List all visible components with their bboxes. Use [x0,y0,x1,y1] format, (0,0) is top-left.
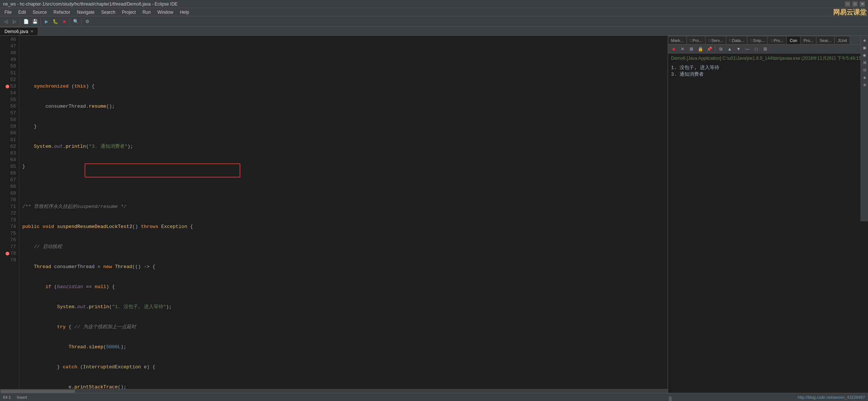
toolbar-sep2 [40,18,41,25]
code-line-54: // 启动线程 [22,244,665,250]
right-tab-pro2-icon: □ [771,39,773,42]
minimize-button[interactable]: ─ [845,1,850,7]
code-line-55: Thread consumerThread = new Thread(() ->… [22,264,665,270]
code-line-61: e.printStackTrace(); [22,384,665,389]
console-toolbar: ■ ✕ ⊠ 🔒 📌 ⧉ ▲ ▼ — □ ⊞ [668,45,868,53]
right-tab-con[interactable]: Con [787,36,800,44]
console-view-btn[interactable]: ⊞ [761,45,769,53]
right-tab-snip-label: Snip... [753,38,765,43]
tab-demo6-label: Demo6.java [4,29,28,34]
code-line-58: try { // 为这个线程加上一点延时 [22,324,665,330]
console-scroll-lock-btn[interactable]: 🔒 [696,45,704,53]
logo-text: 网易云课堂 [833,8,867,17]
right-tab-mark[interactable]: Mark... [668,36,687,44]
right-tab-sear-label: Sear... [819,38,831,43]
toolbar-forward[interactable]: ▷ [10,17,19,26]
console-maximize-btn[interactable]: □ [752,45,760,53]
tab-bar: Demo6.java ✕ [0,27,868,36]
menu-file[interactable]: File [1,9,14,16]
right-icon-7[interactable]: ⊕ [862,82,868,88]
editor-panel: 46 47 48 49 50 51 52 53 54 55 56 57 58 5… [0,36,668,393]
console-pin-btn[interactable]: 📌 [705,45,713,53]
right-tab-snip-icon: □ [750,39,752,42]
title-bar: ne_ws - hc-chapter-1/src/com/study/hc/th… [0,0,868,8]
code-line-59: Thread.sleep(5000L); [22,344,665,351]
toolbar-debug[interactable]: 🐛 [51,17,59,26]
menu-window[interactable]: Window [154,9,176,16]
right-tab-pro2-label: Pro... [774,38,783,43]
right-icon-3[interactable]: ◉ [862,52,868,58]
bottom-scrollbar[interactable] [0,389,668,393]
right-tab-junit-label: JUnit [838,38,847,43]
status-bar: 64:1 Insert http://blog.csdn.net/weixin_… [0,393,868,401]
code-line-46: synchronized (this) { [22,83,665,90]
toolbar-run[interactable]: ▶ [42,17,50,26]
right-tab-snip[interactable]: □Snip... [747,36,768,44]
toolbar-search[interactable]: 🔍 [72,17,80,26]
right-tab-data[interactable]: □Data... [726,36,747,44]
right-tab-pro1-icon: □ [690,39,692,42]
right-icon-5[interactable]: ⊟ [862,67,868,73]
console-content: Demo6 [Java Application] C:\u01\Java\jre… [668,53,868,393]
console-stop-btn[interactable]: ■ [670,45,678,53]
tab-demo6[interactable]: Demo6.java ✕ [0,27,38,35]
menu-help[interactable]: Help [177,9,192,16]
right-tab-sear[interactable]: Sear... [816,36,835,44]
toolbar-stop[interactable]: ■ [60,17,68,26]
tab-demo6-close[interactable]: ✕ [30,29,33,33]
right-icons-panel: ◈ ▣ ◉ ⊞ ⊟ ◈ ⊕ [861,36,868,221]
menu-refactor[interactable]: Refactor [50,9,73,16]
console-close-btn[interactable]: ✕ [678,45,687,53]
window-controls[interactable]: ─ □ ✕ [845,1,865,7]
toolbar-sep1 [20,18,20,25]
right-icon-4[interactable]: ⊞ [862,59,868,65]
code-line-47: consumerThread.resume(); [22,103,665,110]
right-tab-pro1[interactable]: □Pro... [687,36,706,44]
code-line-52: /** 导致程序永久挂起的suspend/resume */ [22,203,665,210]
maximize-button[interactable]: □ [852,1,858,7]
code-line-56: if (baozidian == null) { [22,284,665,290]
console-sep1 [715,46,715,52]
console-minimize-btn[interactable]: — [743,45,752,53]
right-tab-con-label: Con [790,38,797,43]
right-tab-bar: Mark... □Pro... □Serv... □Data... □Snip.… [668,36,868,45]
right-icon-1[interactable]: ◈ [862,37,868,43]
right-tab-pro3-label: Pro... [803,38,813,43]
right-panel: Mark... □Pro... □Serv... □Data... □Snip.… [668,36,868,393]
status-position: 64:1 [3,395,11,400]
code-line-60: } catch (InterruptedException e) { [22,364,665,371]
menu-bar: File Edit Source Refactor Navigate Searc… [0,8,868,16]
right-icon-2[interactable]: ▣ [862,45,868,50]
console-arrow-up-btn[interactable]: ▲ [726,45,734,53]
menu-run[interactable]: Run [139,9,154,16]
right-tab-serv-icon: □ [708,39,710,42]
menu-project[interactable]: Project [119,9,139,16]
console-clear-btn[interactable]: ⊠ [687,45,696,53]
menu-edit[interactable]: Edit [15,9,29,16]
right-tab-pro3[interactable]: Pro... [800,36,816,44]
status-insert: Insert [17,395,27,400]
menu-search[interactable]: Search [98,9,118,16]
right-icon-6[interactable]: ◈ [862,74,868,80]
console-layout-btn[interactable]: ⧉ [717,45,725,53]
title-text: ne_ws - hc-chapter-1/src/com/study/hc/th… [3,1,178,7]
code-line-49: System.out.println("3. 通知消费者"); [22,143,665,150]
close-button[interactable]: ✕ [860,1,865,7]
console-arrow-down-btn[interactable]: ▼ [734,45,743,53]
code-line-50: } [22,163,665,170]
right-tab-serv[interactable]: □Serv... [706,36,726,44]
menu-source[interactable]: Source [30,9,50,16]
code-line-51 [22,183,665,190]
code-content[interactable]: synchronized (this) { consumerThread.res… [19,36,668,389]
horizontal-scroll-thumb[interactable] [1,390,75,393]
right-tab-junit[interactable]: JUnit [835,36,850,44]
toolbar-save[interactable]: 💾 [31,17,39,26]
toolbar-new[interactable]: 📄 [22,17,30,26]
toolbar: ◁ ▷ 📄 💾 ▶ 🐛 ■ 🔍 ⚙ [0,16,868,27]
right-scroll-thumb[interactable] [669,397,672,401]
toolbar-settings[interactable]: ⚙ [83,17,91,26]
status-url: http://blog.csdn.net/weixin_43228497 [798,395,865,400]
right-tab-pro2[interactable]: □Pro... [768,36,787,44]
toolbar-back[interactable]: ◁ [1,17,10,26]
menu-navigate[interactable]: Navigate [74,9,97,16]
